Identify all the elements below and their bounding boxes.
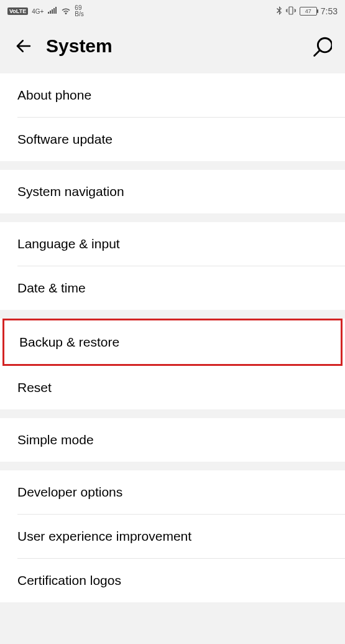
- item-label: About phone: [17, 88, 91, 102]
- time: 7:53: [321, 6, 338, 16]
- highlight-box: Backup & restore: [2, 319, 343, 366]
- item-date-time[interactable]: Date & time: [0, 266, 345, 310]
- status-right: 47 7:53: [276, 6, 338, 17]
- item-label: Language & input: [17, 236, 120, 251]
- search-button[interactable]: [310, 35, 333, 57]
- section-gap: [0, 161, 345, 170]
- battery-icon: 47: [300, 7, 317, 16]
- section-gap: [0, 310, 345, 319]
- item-certification-logos[interactable]: Certification logos: [0, 559, 345, 602]
- item-label: Certification logos: [17, 573, 121, 587]
- item-label: Software update: [17, 132, 113, 146]
- item-software-update[interactable]: Software update: [0, 118, 345, 161]
- item-developer-options[interactable]: Developer options: [0, 470, 345, 514]
- item-user-experience[interactable]: User experience improvement: [0, 515, 345, 558]
- section-backup: Backup & restore Reset: [0, 319, 345, 409]
- item-label: Backup & restore: [19, 335, 119, 349]
- page-title: System: [46, 35, 299, 57]
- section-gap: [0, 462, 345, 470]
- item-label: System navigation: [17, 184, 124, 198]
- item-backup-restore[interactable]: Backup & restore: [4, 320, 341, 364]
- header: System: [0, 22, 345, 73]
- section-gap: [0, 409, 345, 418]
- status-bar: VoLTE 4G+ 69 B/s 47 7:53: [0, 0, 345, 22]
- network-type: 4G+: [32, 8, 44, 15]
- item-label: Simple mode: [17, 432, 94, 447]
- item-label: Reset: [17, 380, 52, 394]
- item-label: Developer options: [17, 485, 122, 499]
- item-label: User experience improvement: [17, 529, 191, 543]
- vibrate-icon: [286, 6, 296, 17]
- bluetooth-icon: [276, 6, 282, 17]
- section-gap: [0, 213, 345, 222]
- item-reset[interactable]: Reset: [0, 366, 345, 409]
- volte-icon: VoLTE: [7, 7, 28, 15]
- section-about: About phone Software update: [0, 73, 345, 161]
- back-button[interactable]: [12, 35, 35, 57]
- item-about-phone[interactable]: About phone: [0, 73, 345, 117]
- svg-rect-0: [289, 7, 293, 14]
- item-system-navigation[interactable]: System navigation: [0, 170, 345, 213]
- data-rate: 69 B/s: [75, 5, 83, 17]
- signal-icon: [47, 7, 57, 16]
- status-left: VoLTE 4G+ 69 B/s: [7, 5, 84, 17]
- item-simple-mode[interactable]: Simple mode: [0, 418, 345, 462]
- section-language: Language & input Date & time: [0, 222, 345, 310]
- wifi-icon: [61, 7, 71, 16]
- item-language-input[interactable]: Language & input: [0, 222, 345, 266]
- item-label: Date & time: [17, 281, 86, 295]
- section-developer: Developer options User experience improv…: [0, 470, 345, 602]
- svg-line-3: [315, 50, 320, 55]
- section-navigation: System navigation: [0, 170, 345, 213]
- section-simple: Simple mode: [0, 418, 345, 462]
